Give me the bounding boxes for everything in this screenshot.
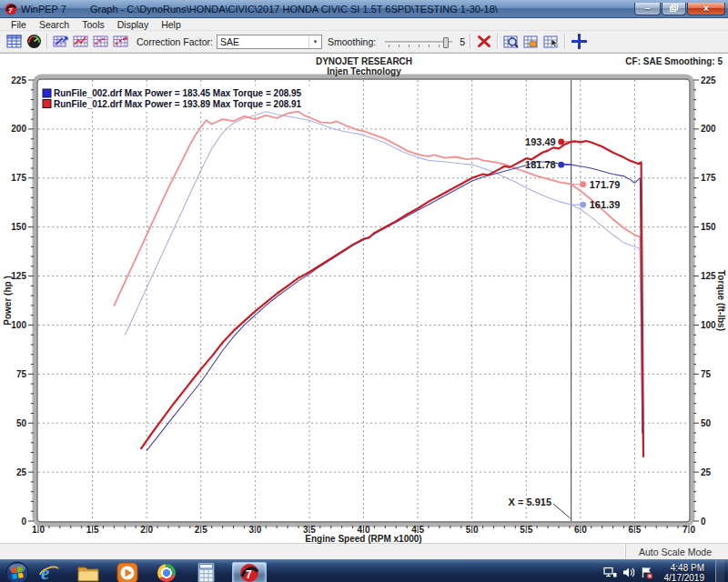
delete-run-button[interactable] [474, 33, 494, 50]
legend-swatch [43, 100, 51, 108]
menu-display[interactable]: Display [111, 19, 155, 30]
runs-table-button[interactable] [4, 33, 24, 50]
media-player-icon [116, 562, 138, 582]
zoom-graph-icon [503, 35, 520, 49]
legend: RunFile_002.drf Max Power = 183.45 Max T… [41, 86, 334, 110]
svg-text:50: 50 [701, 418, 712, 428]
select-graph-icon [543, 35, 560, 49]
action-center-flag-icon[interactable] [641, 567, 653, 579]
menu-file[interactable]: File [5, 19, 33, 30]
curve-runfile-002-torque [125, 112, 642, 433]
svg-text:200: 200 [11, 124, 26, 134]
toolbar-separator [564, 34, 566, 49]
svg-text:50: 50 [16, 418, 27, 428]
toolbar-separator [46, 34, 48, 49]
cursor-x-label: X = 5.915 [509, 497, 551, 507]
taskbar-media-player[interactable] [115, 562, 140, 582]
callout-dot [580, 181, 586, 187]
graph-points-button[interactable] [111, 33, 131, 50]
winpep-icon: 7 [239, 563, 259, 582]
select-graph-button[interactable] [541, 33, 561, 50]
dyno-graph[interactable]: X = 5.9151.01.52.02.53.03.54.04.55.05.56… [0, 54, 728, 544]
taskbar-calculator[interactable] [193, 562, 218, 582]
menu-search[interactable]: Search [33, 19, 76, 30]
menu-bar: File Search Tools Display Help [0, 18, 728, 31]
start-button[interactable] [5, 561, 29, 582]
close-button[interactable]: × [687, 3, 725, 15]
folder-icon [77, 564, 99, 582]
legend-swatch [43, 89, 51, 97]
svg-text:0: 0 [701, 517, 706, 527]
restore-button[interactable] [662, 3, 686, 15]
dropdown-caret-icon[interactable]: ▼ [308, 35, 321, 48]
clock-time: 4:48 PM [664, 563, 705, 573]
toolbar-separator [470, 34, 471, 49]
svg-text:5.0: 5.0 [466, 525, 479, 535]
taskbar-chrome[interactable] [154, 562, 179, 582]
svg-text:150: 150 [11, 222, 26, 232]
pan-graph-button[interactable] [521, 33, 541, 50]
graph-compare-icon [73, 35, 89, 48]
status-bar: Auto Scale Mode [0, 543, 728, 559]
dyno-gauge-icon [26, 34, 42, 49]
crosshair-button[interactable] [569, 33, 589, 50]
taskbar: e [0, 559, 728, 582]
title-bar[interactable]: 7 WinPEP 7 Graph - C:\DynoRuns\HONDA\CIV… [0, 0, 728, 18]
menu-help[interactable]: Help [155, 19, 187, 30]
window-title: Graph - C:\DynoRuns\HONDA\CIVIC\2017 HON… [90, 4, 628, 15]
svg-text:125: 125 [11, 271, 26, 281]
callout-value: 171.79 [590, 179, 621, 190]
right-axis-title: Torque (ft-lbs) [716, 270, 726, 331]
chrome-icon [157, 564, 176, 582]
minimize-button[interactable]: – [634, 3, 661, 15]
callout-value: 161.39 [590, 199, 621, 210]
callout-dot [580, 202, 586, 208]
smoothing-value: 5 [460, 36, 465, 47]
curves [114, 112, 643, 457]
slider-track [385, 41, 452, 44]
toolbar: Correction Factor: SAE ▼ Smoothing: 5 [0, 31, 728, 53]
taskbar-file-explorer[interactable] [76, 562, 101, 582]
pan-graph-icon [523, 35, 540, 49]
crosshair-icon [571, 34, 587, 49]
svg-text:100: 100 [701, 320, 716, 330]
network-icon[interactable] [603, 567, 617, 578]
svg-text:6.5: 6.5 [628, 525, 641, 535]
axis-labels: 1.01.52.02.53.03.54.04.55.05.56.06.57.00… [3, 75, 726, 545]
winpep-app-icon: 7 [5, 3, 17, 15]
volume-icon[interactable] [622, 567, 635, 578]
legend-label: RunFile_002.drf Max Power = 183.45 Max T… [54, 88, 302, 98]
zoom-graph-button[interactable] [501, 33, 521, 50]
svg-text:225: 225 [11, 75, 26, 85]
graph-overlay-button[interactable] [91, 33, 111, 50]
show-desktop-button[interactable] [715, 560, 724, 582]
svg-text:e: e [41, 562, 49, 582]
smoothing-slider[interactable] [383, 35, 454, 49]
svg-text:125: 125 [701, 271, 716, 281]
callout-value: 193.49 [525, 136, 556, 147]
slider-thumb[interactable] [443, 37, 449, 48]
smoothing-label: Smoothing: [328, 36, 376, 47]
svg-text:5.5: 5.5 [520, 525, 532, 535]
left-axis-title: Power (hp ) [3, 276, 13, 325]
dyno-gauge-button[interactable] [24, 33, 44, 50]
correction-factor-value: SAE [217, 36, 308, 47]
correction-factor-select[interactable]: SAE ▼ [217, 35, 322, 49]
graph-compare-button[interactable] [71, 33, 91, 50]
taskbar-winpep-active[interactable]: 7 [232, 562, 267, 582]
windows-start-icon [5, 561, 29, 582]
system-tray: 4:48 PM 4/17/2019 [598, 560, 728, 582]
curve-runfile-012-power [141, 141, 643, 457]
taskbar-internet-explorer[interactable]: e [36, 562, 62, 582]
chart-settings-info: CF: SAE Smoothing: 5 [625, 56, 723, 66]
callout-value: 181.78 [525, 159, 556, 170]
graph-view-button[interactable] [51, 33, 71, 50]
calculator-icon [197, 562, 215, 582]
chart-grid [38, 80, 689, 521]
menu-tools[interactable]: Tools [76, 19, 111, 30]
svg-text:7: 7 [8, 6, 13, 15]
curve-runfile-012-torque [114, 112, 643, 453]
svg-text:1.0: 1.0 [32, 525, 45, 535]
runs-table-icon [6, 35, 22, 48]
taskbar-clock[interactable]: 4:48 PM 4/17/2019 [659, 563, 711, 582]
